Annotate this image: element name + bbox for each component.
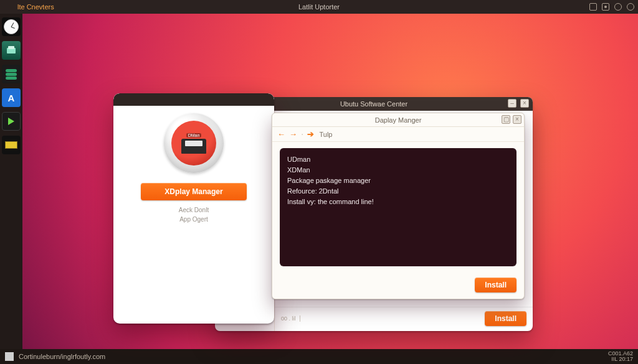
nav-reload-icon[interactable]: ➔ (307, 129, 314, 139)
launcher-titlebar[interactable] (113, 93, 274, 106)
software-center-status: 00 . lil (281, 315, 300, 322)
dock-files-icon[interactable] (2, 136, 21, 154)
app-logo-badge: DMan (186, 133, 202, 138)
app-logo-icon: DMan (164, 113, 224, 173)
app-menu-label[interactable]: lte Cnevters (17, 3, 54, 11)
terminal-line: XDMan (287, 165, 509, 175)
dm-maximize-button[interactable]: ▢ (502, 115, 510, 124)
start-button-icon[interactable] (5, 352, 14, 361)
launcher-link-2[interactable]: App Ogert (179, 216, 208, 223)
topbar-center-title: Latlit Uptorter (0, 3, 638, 11)
launcher-dock: A (0, 14, 22, 349)
toolbar-label: Tulp (319, 131, 332, 138)
launcher-link-1[interactable]: Aeck Donlt (179, 207, 209, 213)
terminal-line: Install vy: the command line! (287, 197, 509, 207)
close-button[interactable]: × (520, 99, 529, 108)
dm-close-button[interactable]: × (513, 115, 521, 124)
nav-back-icon[interactable]: ← (277, 129, 285, 139)
software-center-title: Ubutu Softwae Center (340, 100, 407, 108)
display-manager-toolbar: ← → · ➔ Tulp (272, 127, 524, 142)
terminal-output: UDman XDMan Package paskage manager Refo… (280, 148, 517, 266)
top-menu-bar: lte Cnevters Latlit Uptorter (0, 0, 638, 14)
display-manager-launcher-window: DMan XDplay Manager Aeck Donlt App Ogert (113, 93, 274, 324)
tray-indicator-2-icon[interactable] (602, 3, 609, 11)
display-manager-window: Daplay Manger ▢ × ← → · ➔ Tulp UDman XDM… (272, 113, 525, 299)
minimize-button[interactable]: – (508, 99, 517, 108)
display-manager-title: Daplay Manger (375, 116, 422, 124)
bottom-taskbar: Cortinuleburn/inglrfoutly.com C001.A62 I… (0, 349, 638, 364)
terminal-line: UDman (287, 154, 509, 165)
tray-power-icon[interactable] (627, 3, 634, 11)
display-manager-titlebar[interactable]: Daplay Manger ▢ × (272, 113, 524, 127)
tray-indicator-1-icon[interactable] (589, 3, 597, 11)
software-center-install-button[interactable]: Install (485, 311, 526, 326)
nav-separator: · (301, 129, 303, 140)
scanner-icon (181, 139, 206, 154)
system-tray (589, 3, 634, 11)
dock-clock-icon[interactable] (2, 17, 21, 36)
terminal-line: Package paskage manager (287, 175, 509, 186)
nav-forward-icon[interactable]: → (289, 129, 297, 139)
dock-database-icon[interactable] (2, 65, 21, 83)
dock-software-store-icon[interactable]: A (2, 88, 21, 107)
dock-widget-icon[interactable] (2, 41, 21, 60)
dock-video-icon[interactable] (2, 112, 21, 131)
terminal-line: Refource: 2Dntal (287, 186, 509, 197)
taskbar-text: Cortinuleburn/inglrfoutly.com (19, 353, 105, 360)
svg-rect-1 (8, 46, 14, 49)
xdisplay-manager-button[interactable]: XDplay Manager (141, 183, 247, 200)
tray-indicator-3-icon[interactable] (614, 3, 622, 11)
display-manager-install-button[interactable]: Install (475, 278, 517, 292)
taskbar-right: C001.A62 IIL 20:17 (608, 351, 633, 363)
